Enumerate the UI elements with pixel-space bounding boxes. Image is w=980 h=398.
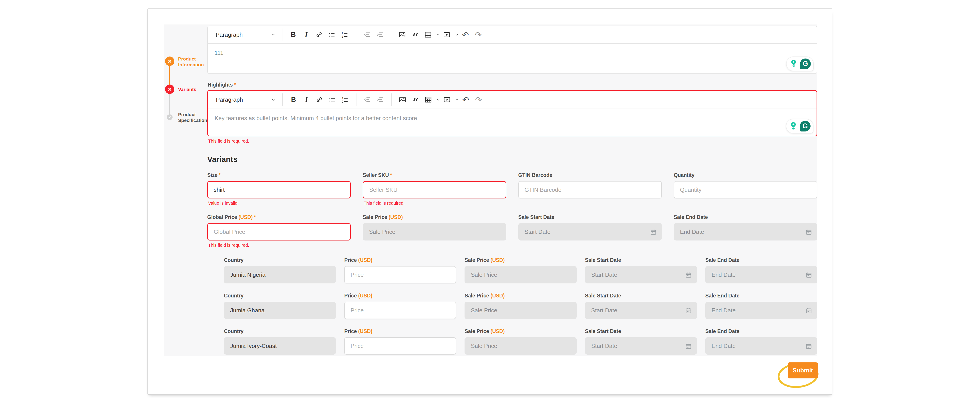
currency-label: (USD): [358, 293, 372, 299]
sale-end-date-input: [674, 223, 817, 240]
outdent-icon[interactable]: [361, 28, 374, 41]
redo-icon[interactable]: ↷: [472, 93, 485, 106]
variant-fields-row-1: Size* Value is invalid. Seller SKU* This…: [207, 172, 817, 206]
gtin-barcode-input[interactable]: [519, 181, 662, 199]
currency-label: (USD): [490, 328, 505, 334]
sale-end-date-input: [705, 337, 817, 355]
step-connector: [169, 66, 170, 85]
toolbar-divider: [391, 29, 391, 41]
insert-media-icon[interactable]: [441, 93, 453, 106]
grammarly-widget[interactable]: G: [786, 119, 813, 134]
toolbar-divider: [356, 94, 356, 106]
country-price-row: Country Price (USD) Sale Price (USD) Sal…: [207, 293, 817, 319]
insert-image-icon[interactable]: [396, 93, 409, 106]
undo-icon[interactable]: ↶: [459, 28, 472, 41]
description-editor-toolbar: Paragraph B I: [207, 25, 817, 44]
calendar-icon: [650, 228, 657, 237]
bold-icon[interactable]: B: [287, 93, 300, 106]
sidebar-item-product-specification[interactable]: Product Specification: [178, 112, 207, 123]
sale-end-date-label: Sale End Date: [705, 328, 817, 334]
bulleted-list-icon[interactable]: [326, 93, 339, 106]
link-icon[interactable]: [313, 28, 326, 41]
undo-icon[interactable]: ↶: [459, 93, 472, 106]
block-quote-icon[interactable]: “: [409, 28, 422, 41]
price-label: Price (USD): [344, 293, 456, 299]
highlights-editor: Paragraph B I: [207, 90, 817, 136]
sale-price-label: Sale Price (USD): [363, 214, 506, 220]
insert-media-icon[interactable]: [440, 28, 453, 41]
calendar-icon: [685, 271, 692, 279]
currency-label: (USD): [490, 293, 505, 299]
sale-start-date-label: Sale Start Date: [519, 214, 662, 220]
highlights-label: Highlights*: [208, 82, 817, 88]
x-circle-icon[interactable]: ×: [165, 84, 174, 94]
sale-end-date-label: Sale End Date: [705, 257, 817, 263]
indent-icon[interactable]: [374, 28, 387, 41]
sale-end-date-input: [705, 266, 817, 283]
bold-icon[interactable]: B: [287, 28, 300, 41]
size-input[interactable]: [207, 181, 351, 199]
insert-table-icon[interactable]: [422, 28, 434, 41]
check-circle-icon[interactable]: ✓: [167, 115, 173, 120]
sale-price-label: Sale Price (USD): [465, 293, 576, 299]
submit-button[interactable]: Submit: [788, 362, 818, 379]
sale-price-input: [465, 302, 576, 319]
highlights-editor-toolbar: Paragraph B I: [208, 91, 816, 109]
lightbulb-icon[interactable]: [789, 121, 798, 131]
lightbulb-icon[interactable]: [789, 59, 798, 69]
sidebar-item-product-information[interactable]: Product Information: [178, 56, 207, 68]
svg-text:2: 2: [342, 35, 343, 38]
price-input[interactable]: [344, 266, 456, 283]
numbered-list-icon[interactable]: 12: [339, 93, 352, 106]
highlights-editor-content[interactable]: Key features as bullet points. Minimum 4…: [208, 109, 816, 136]
grammarly-g-icon[interactable]: G: [800, 121, 811, 132]
calendar-icon: [805, 342, 812, 350]
country-input: [224, 302, 336, 319]
chevron-down-icon: [270, 32, 276, 37]
gtin-barcode-label: GTIN Barcode: [519, 172, 662, 178]
sidebar-item-variants[interactable]: Variants: [178, 86, 207, 92]
country-label: Country: [224, 328, 336, 334]
step-connector: [169, 94, 170, 115]
chevron-down-icon[interactable]: [436, 32, 440, 37]
x-circle-icon[interactable]: ×: [165, 57, 174, 66]
svg-text:1: 1: [342, 32, 343, 35]
insert-image-icon[interactable]: [396, 28, 409, 41]
chevron-down-icon[interactable]: [436, 97, 441, 102]
grammarly-widget[interactable]: G: [786, 57, 814, 71]
price-input[interactable]: [344, 302, 456, 319]
paragraph-style-dropdown[interactable]: Paragraph: [213, 31, 277, 38]
sale-start-date-label: Sale Start Date: [585, 293, 697, 299]
quantity-input[interactable]: [674, 181, 817, 199]
description-editor-content[interactable]: 111 G: [207, 44, 817, 74]
italic-icon[interactable]: I: [300, 28, 313, 41]
country-price-row: Country Price (USD) Sale Price (USD) Sal…: [207, 257, 817, 283]
chevron-down-icon[interactable]: [455, 97, 459, 102]
toolbar-divider: [356, 29, 356, 41]
price-input[interactable]: [344, 337, 456, 355]
grammarly-g-icon[interactable]: G: [800, 59, 811, 69]
description-editor: Paragraph B I: [207, 25, 817, 74]
insert-table-icon[interactable]: [422, 93, 435, 106]
global-price-input[interactable]: [207, 223, 351, 240]
redo-icon[interactable]: ↷: [472, 28, 485, 41]
chevron-down-icon[interactable]: [455, 32, 459, 37]
quantity-label: Quantity: [674, 172, 817, 178]
italic-icon[interactable]: I: [300, 93, 313, 106]
seller-sku-input[interactable]: [363, 181, 506, 199]
form-content: Paragraph B I: [207, 24, 817, 355]
sale-price-input: [465, 266, 576, 283]
required-asterisk: *: [234, 82, 236, 88]
description-text: 111: [214, 49, 810, 57]
bulleted-list-icon[interactable]: [326, 28, 339, 41]
indent-icon[interactable]: [374, 93, 387, 106]
currency-label: (USD): [490, 257, 505, 263]
link-icon[interactable]: [313, 93, 326, 106]
paragraph-style-dropdown[interactable]: Paragraph: [213, 96, 278, 103]
block-quote-icon[interactable]: “: [409, 93, 422, 106]
global-price-error: This field is required.: [207, 243, 351, 248]
variants-section-title: Variants: [207, 155, 817, 164]
outdent-icon[interactable]: [361, 93, 374, 106]
numbered-list-icon[interactable]: 12: [339, 28, 352, 41]
calendar-icon: [805, 307, 812, 315]
